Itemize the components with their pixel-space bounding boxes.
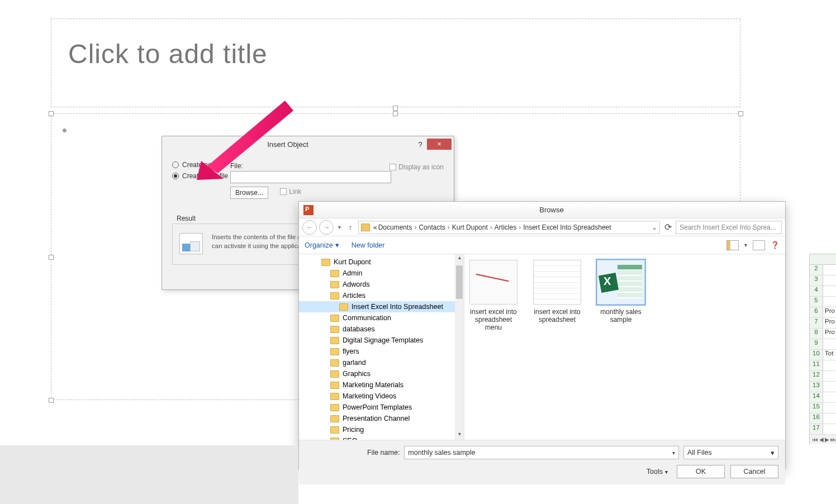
nav-history-dropdown[interactable]: ▾ — [336, 224, 343, 230]
tree-item[interactable]: databases — [299, 324, 464, 335]
browse-button[interactable]: Browse... — [230, 187, 268, 199]
row-number[interactable]: 17 — [810, 424, 823, 434]
close-button[interactable]: × — [427, 139, 452, 150]
breadcrumb-segment[interactable]: Documents — [378, 224, 412, 231]
organize-dropdown[interactable]: Organize ▾ — [305, 241, 339, 249]
row-number[interactable]: 4 — [810, 286, 823, 296]
selection-handle[interactable] — [49, 398, 54, 403]
folder-tree[interactable]: Kurt DupontAdminAdwordsArticlesInsert Ex… — [299, 254, 464, 440]
cell[interactable] — [823, 265, 836, 275]
tree-item[interactable]: Kurt Dupont — [299, 256, 464, 268]
tree-item[interactable]: Adwords — [299, 279, 464, 290]
chevron-down-icon[interactable]: ▾ — [744, 242, 747, 248]
cell[interactable]: Pro — [823, 307, 836, 317]
tree-item[interactable]: Marketing Videos — [299, 391, 464, 402]
cell[interactable] — [823, 382, 836, 392]
selection-handle[interactable] — [49, 255, 54, 260]
preview-pane-button[interactable] — [753, 240, 765, 250]
cell[interactable] — [823, 339, 836, 349]
cell[interactable] — [823, 413, 836, 424]
tree-item[interactable]: garland — [299, 357, 464, 368]
scroll-up-icon[interactable]: ▴ — [455, 254, 464, 263]
tree-item[interactable]: Communication — [299, 312, 464, 324]
row-number[interactable]: 2 — [810, 265, 823, 275]
breadcrumb-bar[interactable]: « Documents› Contacts› Kurt Dupont› Arti… — [358, 221, 660, 234]
sheet-row[interactable]: 13 — [810, 382, 836, 392]
sheet-row[interactable]: 6Pro — [810, 307, 836, 318]
sheet-row[interactable]: 14 — [810, 392, 836, 403]
sheet-row[interactable]: 2 — [810, 265, 836, 275]
row-number[interactable]: 7 — [810, 318, 823, 328]
sheet-row[interactable]: 12 — [810, 371, 836, 382]
file-path-input[interactable] — [230, 171, 391, 183]
cell[interactable] — [823, 392, 836, 402]
row-number[interactable]: 10 — [810, 350, 823, 360]
file-name-input[interactable]: monthly sales sample ▾ — [404, 446, 679, 459]
row-number[interactable]: 8 — [810, 329, 823, 339]
search-input[interactable]: Search Insert Excel Into Sprea... — [676, 221, 782, 234]
cell[interactable] — [823, 360, 836, 370]
scroll-down-icon[interactable]: ▾ — [455, 431, 464, 440]
tree-item[interactable]: Graphics — [299, 368, 464, 379]
file-type-filter[interactable]: All Files ▾ — [683, 446, 778, 459]
help-icon[interactable]: ❓ — [771, 241, 780, 249]
sheet-row[interactable]: 5 — [810, 297, 836, 307]
sheet-row[interactable]: 15 — [810, 403, 836, 413]
nav-up-button[interactable]: ↑ — [345, 223, 356, 232]
row-number[interactable]: 3 — [810, 275, 823, 286]
selection-handle[interactable] — [393, 111, 398, 116]
sheet-row[interactable]: 10Tot — [810, 350, 836, 360]
cell[interactable]: Pro — [823, 318, 836, 328]
slide-title-placeholder[interactable]: Click to add title — [51, 18, 740, 107]
breadcrumb-segment[interactable]: Articles — [495, 224, 516, 231]
cell[interactable]: Tot — [823, 350, 836, 360]
sheet-row[interactable]: 7Pro — [810, 318, 836, 329]
file-list[interactable]: insert excel into spreadsheet menuinsert… — [464, 254, 785, 440]
tree-item[interactable]: SEO — [299, 435, 464, 440]
cell[interactable] — [823, 403, 836, 413]
help-button[interactable]: ? — [414, 140, 427, 149]
nav-back-button[interactable]: ← — [302, 220, 317, 235]
tree-item[interactable]: Articles — [299, 290, 464, 301]
row-number[interactable]: 11 — [810, 360, 823, 370]
cell[interactable] — [823, 424, 836, 434]
sheet-tab-scroller[interactable]: ⏮◀▶⏭ — [810, 435, 836, 444]
tree-item[interactable]: flyers — [299, 346, 464, 357]
tree-item[interactable]: Marketing Materials — [299, 379, 464, 391]
ok-button[interactable]: OK — [677, 465, 725, 478]
view-mode-button[interactable] — [726, 240, 739, 250]
row-number[interactable]: 9 — [810, 339, 823, 349]
sheet-row[interactable]: 9 — [810, 339, 836, 350]
selection-handle[interactable] — [393, 106, 398, 111]
cell[interactable] — [823, 275, 836, 286]
tree-item[interactable]: Digital Signage Templates — [299, 335, 464, 346]
selection-handle[interactable] — [49, 111, 54, 116]
cell[interactable]: Pro — [823, 329, 836, 339]
cell[interactable] — [823, 297, 836, 307]
link-checkbox[interactable]: Link — [280, 188, 301, 196]
nav-forward-button[interactable]: → — [319, 220, 334, 235]
sheet-row[interactable]: 3 — [810, 275, 836, 286]
breadcrumb-dropdown-icon[interactable]: ⌄ — [652, 224, 657, 231]
sheet-row[interactable]: 11 — [810, 360, 836, 371]
tree-item[interactable]: Insert Excel Into Spreadsheet — [299, 301, 464, 312]
chevron-down-icon[interactable]: ▾ — [672, 450, 675, 456]
sheet-row[interactable]: 8Pro — [810, 329, 836, 339]
tools-dropdown[interactable]: Tools ▾ — [647, 468, 668, 476]
selection-handle[interactable] — [738, 111, 743, 116]
row-number[interactable]: 12 — [810, 371, 823, 381]
breadcrumb-segment[interactable]: Contacts — [419, 224, 445, 231]
tree-item[interactable]: Pricing — [299, 424, 464, 435]
scroll-thumb[interactable] — [456, 265, 463, 299]
row-number[interactable]: 14 — [810, 392, 823, 402]
new-folder-button[interactable]: New folder — [352, 241, 385, 249]
sheet-row[interactable]: 17 — [810, 424, 836, 435]
row-number[interactable]: 6 — [810, 307, 823, 317]
tree-item[interactable]: Admin — [299, 268, 464, 279]
sheet-corner[interactable] — [810, 254, 836, 265]
sheet-row[interactable]: 16 — [810, 413, 836, 424]
file-item[interactable]: insert excel into spreadsheet menu — [467, 260, 520, 331]
tree-item[interactable]: PowerPoint Templates — [299, 402, 464, 413]
row-number[interactable]: 16 — [810, 413, 823, 424]
cell[interactable] — [823, 286, 836, 296]
